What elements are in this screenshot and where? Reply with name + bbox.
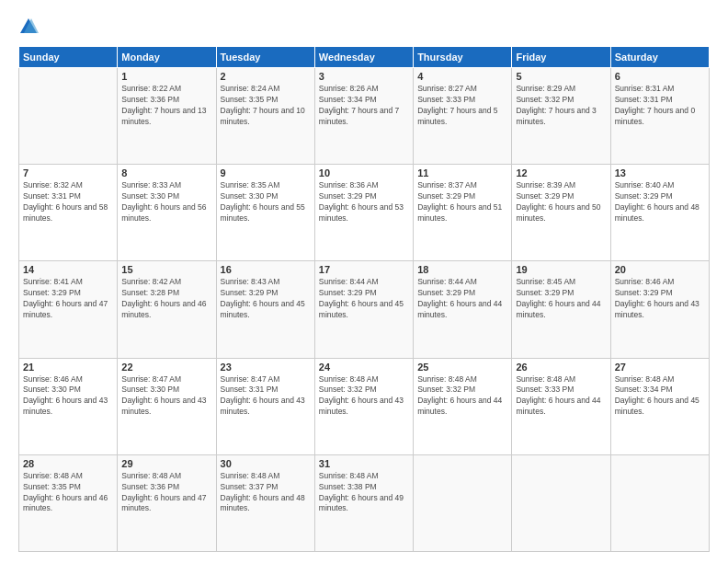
weekday-header-wednesday: Wednesday <box>314 47 413 68</box>
day-info: Sunrise: 8:48 AMSunset: 3:38 PMDaylight:… <box>319 471 409 515</box>
calendar-cell: 1Sunrise: 8:22 AMSunset: 3:36 PMDaylight… <box>118 68 216 165</box>
day-number: 22 <box>121 362 211 373</box>
calendar-week-row: 14Sunrise: 8:41 AMSunset: 3:29 PMDayligh… <box>19 261 710 358</box>
day-info: Sunrise: 8:42 AMSunset: 3:28 PMDaylight:… <box>121 277 211 321</box>
header <box>18 17 710 37</box>
logo <box>18 17 42 37</box>
day-info: Sunrise: 8:31 AMSunset: 3:31 PMDaylight:… <box>615 84 705 128</box>
day-number: 24 <box>319 362 409 373</box>
calendar-cell: 24Sunrise: 8:48 AMSunset: 3:32 PMDayligh… <box>314 358 413 454</box>
day-number: 1 <box>121 71 211 82</box>
calendar-cell: 8Sunrise: 8:33 AMSunset: 3:30 PMDaylight… <box>118 165 216 261</box>
calendar-cell: 9Sunrise: 8:35 AMSunset: 3:30 PMDaylight… <box>216 165 314 261</box>
day-info: Sunrise: 8:29 AMSunset: 3:32 PMDaylight:… <box>516 84 606 128</box>
day-number: 29 <box>121 458 211 469</box>
day-info: Sunrise: 8:33 AMSunset: 3:30 PMDaylight:… <box>121 180 211 224</box>
calendar-cell: 25Sunrise: 8:48 AMSunset: 3:32 PMDayligh… <box>414 358 512 454</box>
day-number: 31 <box>319 458 409 469</box>
calendar-cell: 15Sunrise: 8:42 AMSunset: 3:28 PMDayligh… <box>118 261 216 358</box>
weekday-header-tuesday: Tuesday <box>216 47 314 68</box>
day-number: 18 <box>417 264 507 275</box>
day-number: 17 <box>319 264 409 275</box>
day-number: 15 <box>121 264 211 275</box>
day-number: 10 <box>319 167 409 178</box>
calendar-cell: 22Sunrise: 8:47 AMSunset: 3:30 PMDayligh… <box>118 358 216 454</box>
calendar-cell: 20Sunrise: 8:46 AMSunset: 3:29 PMDayligh… <box>610 261 709 358</box>
day-info: Sunrise: 8:35 AMSunset: 3:30 PMDaylight:… <box>221 180 311 224</box>
day-info: Sunrise: 8:47 AMSunset: 3:31 PMDaylight:… <box>221 374 311 419</box>
day-info: Sunrise: 8:32 AMSunset: 3:31 PMDaylight:… <box>23 180 113 224</box>
day-number: 3 <box>319 71 409 82</box>
day-info: Sunrise: 8:37 AMSunset: 3:29 PMDaylight:… <box>417 180 507 224</box>
weekday-header-friday: Friday <box>512 47 610 68</box>
calendar-cell: 18Sunrise: 8:44 AMSunset: 3:29 PMDayligh… <box>414 261 512 358</box>
weekday-header-thursday: Thursday <box>414 47 512 68</box>
calendar-cell: 17Sunrise: 8:44 AMSunset: 3:29 PMDayligh… <box>314 261 413 358</box>
day-number: 30 <box>221 458 311 469</box>
day-info: Sunrise: 8:48 AMSunset: 3:32 PMDaylight:… <box>319 374 409 419</box>
calendar-cell: 31Sunrise: 8:48 AMSunset: 3:38 PMDayligh… <box>314 454 413 551</box>
day-info: Sunrise: 8:44 AMSunset: 3:29 PMDaylight:… <box>417 277 507 321</box>
day-info: Sunrise: 8:22 AMSunset: 3:36 PMDaylight:… <box>121 84 211 128</box>
calendar-cell: 19Sunrise: 8:45 AMSunset: 3:29 PMDayligh… <box>512 261 610 358</box>
day-number: 13 <box>615 167 705 178</box>
day-number: 25 <box>417 362 507 373</box>
day-number: 19 <box>516 264 606 275</box>
day-info: Sunrise: 8:39 AMSunset: 3:29 PMDaylight:… <box>516 180 606 224</box>
weekday-header-row: SundayMondayTuesdayWednesdayThursdayFrid… <box>19 47 710 68</box>
calendar-cell: 28Sunrise: 8:48 AMSunset: 3:35 PMDayligh… <box>19 454 118 551</box>
calendar-cell <box>19 68 118 165</box>
logo-icon <box>18 17 39 37</box>
calendar-cell: 23Sunrise: 8:47 AMSunset: 3:31 PMDayligh… <box>216 358 314 454</box>
day-number: 4 <box>417 71 507 82</box>
weekday-header-monday: Monday <box>118 47 216 68</box>
day-info: Sunrise: 8:48 AMSunset: 3:34 PMDaylight:… <box>615 374 705 419</box>
day-info: Sunrise: 8:45 AMSunset: 3:29 PMDaylight:… <box>516 277 606 321</box>
calendar-cell <box>512 454 610 551</box>
calendar-cell: 27Sunrise: 8:48 AMSunset: 3:34 PMDayligh… <box>610 358 709 454</box>
calendar-week-row: 21Sunrise: 8:46 AMSunset: 3:30 PMDayligh… <box>19 358 710 454</box>
day-number: 7 <box>23 167 113 178</box>
day-number: 8 <box>121 167 211 178</box>
day-info: Sunrise: 8:40 AMSunset: 3:29 PMDaylight:… <box>615 180 705 224</box>
day-number: 5 <box>516 71 606 82</box>
day-info: Sunrise: 8:26 AMSunset: 3:34 PMDaylight:… <box>319 84 409 128</box>
calendar-cell: 12Sunrise: 8:39 AMSunset: 3:29 PMDayligh… <box>512 165 610 261</box>
calendar-cell <box>610 454 709 551</box>
calendar-cell: 21Sunrise: 8:46 AMSunset: 3:30 PMDayligh… <box>19 358 118 454</box>
calendar-cell: 6Sunrise: 8:31 AMSunset: 3:31 PMDaylight… <box>610 68 709 165</box>
calendar-cell: 14Sunrise: 8:41 AMSunset: 3:29 PMDayligh… <box>19 261 118 358</box>
day-info: Sunrise: 8:48 AMSunset: 3:32 PMDaylight:… <box>417 374 507 419</box>
calendar-table: SundayMondayTuesdayWednesdayThursdayFrid… <box>18 46 710 552</box>
day-number: 21 <box>23 362 113 373</box>
day-info: Sunrise: 8:43 AMSunset: 3:29 PMDaylight:… <box>221 277 311 321</box>
day-info: Sunrise: 8:44 AMSunset: 3:29 PMDaylight:… <box>319 277 409 321</box>
calendar-week-row: 28Sunrise: 8:48 AMSunset: 3:35 PMDayligh… <box>19 454 710 551</box>
day-number: 28 <box>23 458 113 469</box>
day-info: Sunrise: 8:36 AMSunset: 3:29 PMDaylight:… <box>319 180 409 224</box>
day-number: 12 <box>516 167 606 178</box>
calendar-cell: 13Sunrise: 8:40 AMSunset: 3:29 PMDayligh… <box>610 165 709 261</box>
calendar-cell: 2Sunrise: 8:24 AMSunset: 3:35 PMDaylight… <box>216 68 314 165</box>
calendar-cell: 29Sunrise: 8:48 AMSunset: 3:36 PMDayligh… <box>118 454 216 551</box>
day-info: Sunrise: 8:48 AMSunset: 3:33 PMDaylight:… <box>516 374 606 419</box>
calendar-cell: 26Sunrise: 8:48 AMSunset: 3:33 PMDayligh… <box>512 358 610 454</box>
calendar-week-row: 7Sunrise: 8:32 AMSunset: 3:31 PMDaylight… <box>19 165 710 261</box>
calendar-cell: 7Sunrise: 8:32 AMSunset: 3:31 PMDaylight… <box>19 165 118 261</box>
day-info: Sunrise: 8:41 AMSunset: 3:29 PMDaylight:… <box>23 277 113 321</box>
day-info: Sunrise: 8:46 AMSunset: 3:30 PMDaylight:… <box>23 374 113 419</box>
day-info: Sunrise: 8:46 AMSunset: 3:29 PMDaylight:… <box>615 277 705 321</box>
day-number: 20 <box>615 264 705 275</box>
calendar-cell: 5Sunrise: 8:29 AMSunset: 3:32 PMDaylight… <box>512 68 610 165</box>
weekday-header-saturday: Saturday <box>610 47 709 68</box>
calendar-week-row: 1Sunrise: 8:22 AMSunset: 3:36 PMDaylight… <box>19 68 710 165</box>
day-info: Sunrise: 8:48 AMSunset: 3:36 PMDaylight:… <box>121 471 211 515</box>
day-info: Sunrise: 8:48 AMSunset: 3:37 PMDaylight:… <box>221 471 311 515</box>
day-number: 23 <box>221 362 311 373</box>
day-info: Sunrise: 8:27 AMSunset: 3:33 PMDaylight:… <box>417 84 507 128</box>
day-number: 26 <box>516 362 606 373</box>
day-info: Sunrise: 8:47 AMSunset: 3:30 PMDaylight:… <box>121 374 211 419</box>
calendar-cell <box>414 454 512 551</box>
day-number: 6 <box>615 71 705 82</box>
calendar-cell: 3Sunrise: 8:26 AMSunset: 3:34 PMDaylight… <box>314 68 413 165</box>
